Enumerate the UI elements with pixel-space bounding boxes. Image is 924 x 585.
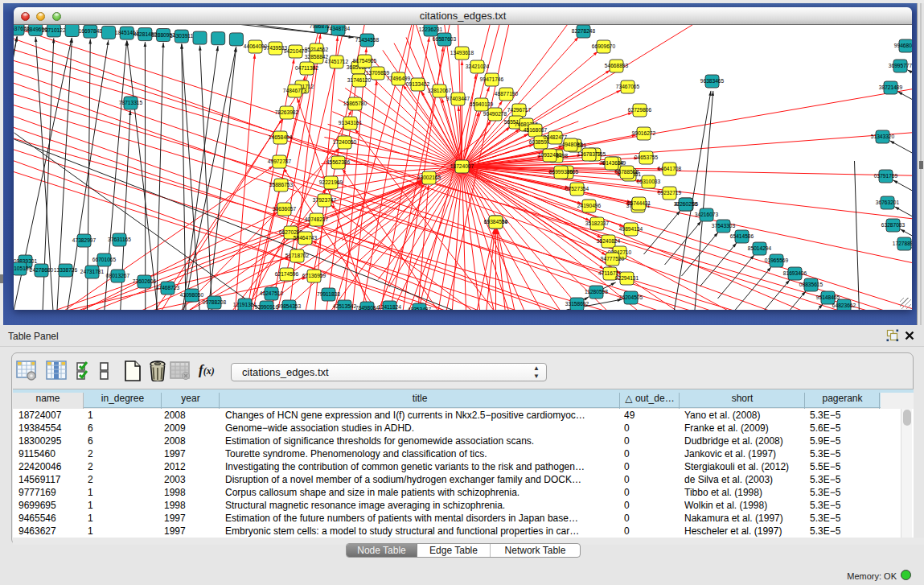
svg-text:67136959: 67136959 bbox=[302, 273, 326, 278]
svg-text:64641708: 64641708 bbox=[658, 166, 682, 171]
svg-text:18724007: 18724007 bbox=[450, 163, 474, 169]
svg-text:78713315: 78713315 bbox=[119, 100, 143, 105]
svg-text:70143634: 70143634 bbox=[600, 160, 624, 166]
svg-text:43098050: 43098050 bbox=[180, 292, 204, 298]
svg-text:49894134: 49894134 bbox=[619, 226, 643, 232]
svg-text:13678377: 13678377 bbox=[577, 151, 602, 157]
svg-text:04711382: 04711382 bbox=[295, 65, 318, 71]
svg-text:35240824: 35240824 bbox=[597, 238, 621, 244]
svg-text:66587603: 66587603 bbox=[433, 36, 457, 42]
svg-text:93990916: 93990916 bbox=[255, 304, 279, 310]
svg-text:17278895: 17278895 bbox=[893, 241, 912, 246]
svg-text:47451712: 47451712 bbox=[325, 59, 349, 64]
svg-text:37923747: 37923747 bbox=[313, 197, 337, 203]
svg-text:78498084: 78498084 bbox=[355, 305, 380, 310]
svg-text:40748217: 40748217 bbox=[305, 216, 329, 222]
svg-text:65940139: 65940139 bbox=[470, 101, 494, 107]
svg-text:46247510: 46247510 bbox=[260, 290, 284, 296]
svg-text:36763201: 36763201 bbox=[876, 200, 900, 205]
svg-text:86999386: 86999386 bbox=[549, 169, 573, 175]
svg-text:91343161: 91343161 bbox=[339, 120, 363, 126]
svg-text:79911838: 79911838 bbox=[317, 291, 340, 297]
svg-text:47382997: 47382997 bbox=[72, 237, 97, 243]
svg-text:24190496: 24190496 bbox=[577, 203, 602, 208]
svg-text:66701065: 66701065 bbox=[92, 257, 117, 262]
svg-text:12236231: 12236231 bbox=[419, 27, 443, 32]
svg-text:01965569: 01965569 bbox=[765, 257, 789, 263]
svg-text:08835615: 08835615 bbox=[799, 282, 823, 287]
svg-text:37631165: 37631165 bbox=[108, 237, 131, 242]
svg-text:03791769: 03791769 bbox=[874, 173, 898, 179]
svg-text:24278680: 24278680 bbox=[30, 267, 54, 273]
svg-text:37543303: 37543303 bbox=[712, 223, 736, 229]
svg-text:31746120: 31746120 bbox=[347, 77, 372, 83]
svg-text:32260256: 32260256 bbox=[674, 201, 698, 207]
svg-text:99468044: 99468044 bbox=[894, 43, 912, 48]
svg-text:24731781: 24731781 bbox=[80, 269, 105, 274]
svg-text:32421024: 32421024 bbox=[466, 64, 490, 69]
svg-text:13338726: 13338726 bbox=[54, 267, 78, 273]
svg-text:17240050: 17240050 bbox=[333, 139, 357, 145]
svg-text:71434558: 71434558 bbox=[355, 37, 380, 43]
svg-text:09788208: 09788208 bbox=[203, 299, 227, 305]
svg-text:77496499: 77496499 bbox=[387, 76, 411, 81]
svg-text:03482477: 03482477 bbox=[544, 134, 568, 140]
svg-text:62174596: 62174596 bbox=[275, 271, 299, 277]
svg-text:07527354: 07527354 bbox=[565, 186, 589, 192]
svg-text:82278248: 82278248 bbox=[572, 28, 596, 34]
svg-text:99854353: 99854353 bbox=[277, 303, 302, 309]
svg-text:09232719: 09232719 bbox=[658, 190, 682, 196]
svg-text:12191361: 12191361 bbox=[233, 302, 257, 307]
svg-text:33158692: 33158692 bbox=[565, 301, 589, 307]
svg-text:74296717: 74296717 bbox=[507, 107, 532, 113]
svg-text:54303911: 54303911 bbox=[170, 33, 193, 39]
svg-text:34216073: 34216073 bbox=[695, 212, 719, 217]
svg-text:35182337: 35182337 bbox=[585, 220, 610, 226]
svg-text:15865780: 15865780 bbox=[343, 101, 368, 106]
svg-text:05310033: 05310033 bbox=[637, 179, 661, 184]
svg-text:62729806: 62729806 bbox=[628, 107, 652, 113]
svg-text:49353487: 49353487 bbox=[408, 307, 432, 310]
svg-text:36995777: 36995777 bbox=[889, 63, 912, 68]
svg-text:85014294: 85014294 bbox=[748, 245, 772, 251]
svg-text:95148465: 95148465 bbox=[816, 295, 840, 300]
svg-text:55744431: 55744431 bbox=[627, 200, 651, 206]
svg-text:13493618: 13493618 bbox=[450, 50, 474, 56]
svg-text:81754965: 81754965 bbox=[353, 58, 377, 64]
svg-text:51343320: 51343320 bbox=[871, 134, 895, 139]
svg-text:81693406: 81693406 bbox=[783, 270, 807, 276]
svg-text:64823662: 64823662 bbox=[832, 303, 856, 308]
svg-text:97403447: 97403447 bbox=[446, 96, 470, 101]
svg-text:95788568: 95788568 bbox=[615, 169, 639, 175]
svg-text:51718702: 51718702 bbox=[285, 253, 310, 258]
svg-text:28710122: 28710122 bbox=[42, 27, 66, 33]
svg-text:96383465: 96383465 bbox=[700, 78, 725, 84]
svg-text:32812067: 32812067 bbox=[428, 88, 452, 93]
svg-text:73602606: 73602606 bbox=[133, 278, 157, 284]
svg-text:99016272: 99016272 bbox=[632, 130, 656, 136]
svg-text:90490278: 90490278 bbox=[483, 111, 507, 117]
svg-text:55886753: 55886753 bbox=[269, 182, 294, 187]
svg-text:45168087: 45168087 bbox=[524, 127, 548, 133]
svg-text:94777520: 94777520 bbox=[601, 256, 625, 262]
svg-text:08013267: 08013267 bbox=[106, 273, 130, 278]
svg-text:02294131: 02294131 bbox=[615, 275, 639, 281]
svg-text:11280598: 11280598 bbox=[585, 289, 608, 295]
svg-text:19384554: 19384554 bbox=[484, 219, 508, 225]
svg-text:48877190: 48877190 bbox=[495, 91, 519, 97]
svg-text:04653755: 04653755 bbox=[634, 154, 659, 160]
svg-text:73467065: 73467065 bbox=[616, 84, 640, 89]
svg-text:16697848: 16697848 bbox=[79, 28, 103, 34]
svg-text:09133412: 09133412 bbox=[406, 81, 430, 87]
svg-text:26204505: 26204505 bbox=[619, 295, 643, 300]
svg-text:14658404: 14658404 bbox=[269, 134, 293, 140]
svg-text:74846773: 74846773 bbox=[283, 88, 307, 93]
svg-text:63287083: 63287083 bbox=[881, 222, 906, 228]
svg-text:13709859: 13709859 bbox=[366, 70, 390, 76]
svg-text:99471746: 99471746 bbox=[480, 76, 504, 82]
svg-text:10932480: 10932480 bbox=[538, 152, 562, 158]
svg-text:66909670: 66909670 bbox=[592, 43, 616, 49]
svg-text:45562386: 45562386 bbox=[326, 159, 351, 165]
svg-text:54668893: 54668893 bbox=[605, 63, 629, 68]
svg-text:42513542: 42513542 bbox=[333, 303, 357, 309]
